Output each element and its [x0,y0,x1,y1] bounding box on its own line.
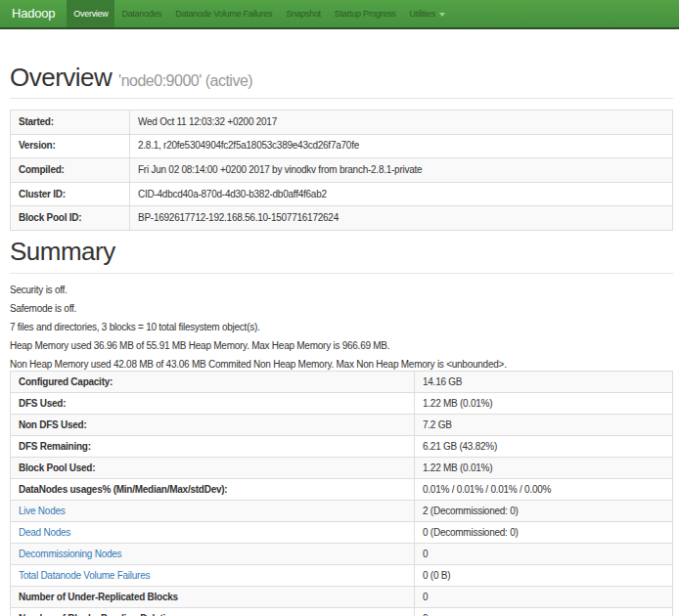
total-datanode-volume-failures-link[interactable]: Total Datanode Volume Failures [19,570,150,581]
summary-paragraphs: Security is off. Safemode is off. 7 file… [10,285,673,372]
row-value-dead-nodes: 0 (Decommissioned: 0) [415,522,673,544]
table-row: Compiled:Fri Jun 02 08:14:00 +0200 2017 … [11,158,673,183]
summary-table: Configured Capacity:14.16 GBDFS Used:1.2… [10,371,673,616]
dead-nodes-link[interactable]: Dead Nodes [19,527,70,538]
row-label-started: Started: [11,110,130,135]
live-nodes-link[interactable]: Live Nodes [19,506,66,516]
table-row: Dead Nodes0 (Decommissioned: 0) [11,522,673,544]
navbar-menu: Overview Datanodes Datanode Volume Failu… [67,0,452,27]
row-label-total-datanode-volume-failures: Total Datanode Volume Failures [11,565,415,587]
table-row: Decommissioning Nodes0 [11,544,673,565]
nav-item-overview: Overview [67,0,114,27]
filesystem-objects: 7 files and directories, 3 blocks = 10 t… [10,322,673,334]
row-value-cluster-id: CID-4dbcd40a-870d-4d30-b382-db0aff4f6ab2 [130,182,673,206]
table-row: DFS Used:1.22 MB (0.01%) [11,393,673,415]
table-row: Block Pool ID:BP-1692617712-192.168.56.1… [11,206,673,231]
row-value-dfs-remaining: 6.21 GB (43.82%) [415,436,673,458]
row-value-non-dfs-used: 7.2 GB [415,415,673,436]
row-label-compiled: Compiled: [11,158,130,183]
nav-link-datanodes[interactable]: Datanodes [114,0,168,27]
overview-table: Started:Wed Oct 11 12:03:32 +0200 2017Ve… [10,110,673,231]
divider [10,98,673,99]
table-row: Started:Wed Oct 11 12:03:32 +0200 2017 [11,110,673,135]
row-value-block-pool-used: 1.22 MB (0.01%) [415,458,673,479]
row-label-live-nodes: Live Nodes [11,501,415,522]
heap-memory: Heap Memory used 36.96 MB of 55.91 MB He… [10,340,673,353]
row-value-number-of-under-replicated-blocks: 0 [415,587,673,608]
table-row: Number of Under-Replicated Blocks0 [11,587,673,608]
row-label-non-dfs-used: Non DFS Used: [11,415,415,436]
row-value-started: Wed Oct 11 12:03:32 +0200 2017 [130,110,673,135]
row-label-decommissioning-nodes: Decommissioning Nodes [11,544,415,565]
row-value-dfs-used: 1.22 MB (0.01%) [415,393,673,415]
table-row: Live Nodes2 (Decommissioned: 0) [11,501,673,522]
row-label-dfs-remaining: DFS Remaining: [11,436,415,458]
row-label-dead-nodes: Dead Nodes [11,522,415,544]
page-title-text: Overview [10,63,112,92]
row-value-live-nodes: 2 (Decommissioned: 0) [415,501,673,522]
divider [10,273,673,274]
nav-item-datanode-volume-failures: Datanode Volume Failures [168,0,279,27]
nav-link-startup-progress[interactable]: Startup Progress [328,0,403,27]
row-value-compiled: Fri Jun 02 08:14:00 +0200 2017 by vinodk… [130,158,673,183]
nav-item-startup-progress: Startup Progress [328,0,403,27]
row-label-number-of-under-replicated-blocks: Number of Under-Replicated Blocks [11,587,415,608]
navbar: Hadoop Overview Datanodes Datanode Volum… [0,0,679,29]
row-value-number-of-blocks-pending-deletion: 0 [415,608,673,616]
safemode-status: Safemode is off. [10,303,673,316]
row-label-number-of-blocks-pending-deletion: Number of Blocks Pending Deletion [11,608,415,616]
row-label-cluster-id: Cluster ID: [11,182,130,206]
nav-link-utilities[interactable]: Utilities [403,0,452,27]
table-row: Total Datanode Volume Failures0 (0 B) [11,565,673,587]
row-value-configured-capacity: 14.16 GB [415,372,673,393]
row-value-decommissioning-nodes: 0 [415,544,673,565]
row-value-datanodes-usages-min-median-max-stddev: 0.01% / 0.01% / 0.01% / 0.00% [415,479,673,501]
nav-link-overview[interactable]: Overview [67,0,114,27]
table-row: Block Pool Used:1.22 MB (0.01%) [11,458,673,479]
brand-hadoop[interactable]: Hadoop [0,0,67,27]
table-row: Number of Blocks Pending Deletion0 [11,608,673,616]
nav-item-datanodes: Datanodes [114,0,168,27]
table-row: Version:2.8.1, r20fe5304904fc2f5a18053c3… [11,134,673,158]
row-value-version: 2.8.1, r20fe5304904fc2f5a18053c389e43cd2… [130,134,673,158]
table-row: Configured Capacity:14.16 GB [11,372,673,393]
row-label-datanodes-usages-min-median-max-stddev: DataNodes usages% (Min/Median/Max/stdDev… [11,479,415,501]
nav-link-datanode-volume-failures[interactable]: Datanode Volume Failures [168,0,279,27]
row-value-block-pool-id: BP-1692617712-192.168.56.10-150771617262… [130,206,673,231]
page-content: Overview 'node0:9000' (active) Started:W… [10,63,673,616]
row-label-version: Version: [11,134,130,158]
decommissioning-nodes-link[interactable]: Decommissioning Nodes [19,549,121,559]
table-row: Non DFS Used:7.2 GB [11,415,673,436]
row-label-block-pool-used: Block Pool Used: [11,458,415,479]
nav-link-snapshot[interactable]: Snapshot [279,0,328,27]
row-label-block-pool-id: Block Pool ID: [11,206,130,231]
table-row: DataNodes usages% (Min/Median/Max/stdDev… [11,479,673,501]
nav-item-utilities: Utilities [403,0,452,27]
nav-link-utilities-label: Utilities [410,9,435,19]
row-label-configured-capacity: Configured Capacity: [11,372,415,393]
chevron-down-icon [439,13,445,17]
row-value-total-datanode-volume-failures: 0 (0 B) [415,565,673,587]
page-title: Overview 'node0:9000' (active) [10,63,673,96]
row-label-dfs-used: DFS Used: [11,393,415,415]
table-row: Cluster ID:CID-4dbcd40a-870d-4d30-b382-d… [11,182,673,206]
security-status: Security is off. [10,285,673,297]
non-heap-memory: Non Heap Memory used 42.08 MB of 43.06 M… [10,359,673,372]
summary-title: Summary [10,237,673,266]
nav-item-snapshot: Snapshot [279,0,328,27]
page-subtitle: 'node0:9000' (active) [118,72,252,89]
table-row: DFS Remaining:6.21 GB (43.82%) [11,436,673,458]
